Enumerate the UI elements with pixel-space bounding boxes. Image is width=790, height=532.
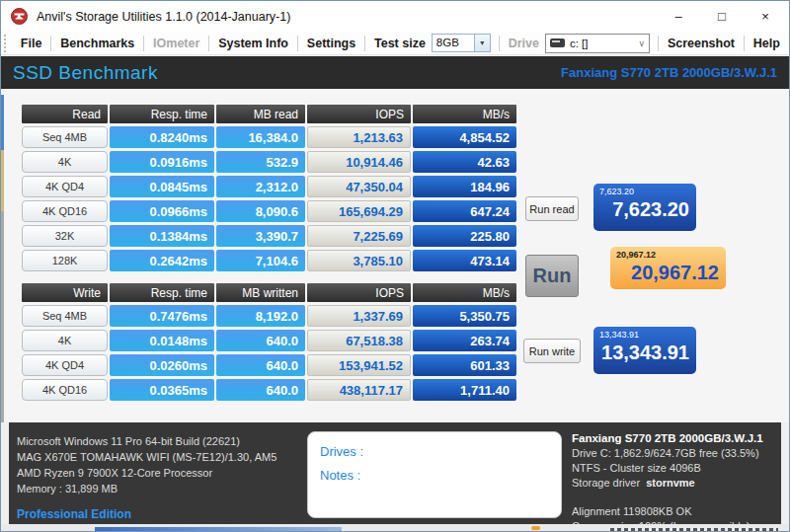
write-row-label[interactable]: 4K QD4	[22, 354, 108, 376]
filesystem-line: NTFS - Cluster size 4096B	[572, 461, 763, 476]
read-mb-cell: 2,312.0	[216, 176, 305, 197]
close-button[interactable]: ×	[744, 1, 787, 32]
drive-label: Drive	[500, 37, 545, 50]
write-iops-cell: 153,941.52	[307, 354, 411, 376]
dropdown-arrow-icon[interactable]: ▾	[475, 34, 491, 52]
read-mb-cell: 7,104.6	[216, 250, 305, 271]
read-resp-cell: 0.1384ms	[110, 225, 214, 247]
write-resp-cell: 0.0365ms	[110, 379, 214, 401]
total-score-value: 20,967.12	[616, 260, 719, 285]
read-mb-cell: 16,384.0	[216, 126, 305, 148]
edge-strip-tan	[1, 150, 4, 211]
main-area: Read Resp. time MB read IOPS MB/s Seq 4M…	[1, 89, 789, 422]
total-score-small: 20,967.12	[616, 250, 719, 260]
write-iops-cell: 1,337.69	[307, 305, 411, 327]
read-header-cell: Resp. time	[110, 105, 214, 123]
drives-label: Drives :	[320, 440, 549, 464]
write-resp-cell: 0.0260ms	[110, 354, 214, 376]
read-row-label[interactable]: 128K	[22, 250, 108, 271]
read-iops-cell: 1,213.63	[307, 126, 411, 148]
sliver-text-fragment	[610, 528, 778, 531]
drive-info-title: Fanxiang S770 2TB 2000GB/3.W.J.1	[572, 431, 763, 446]
read-mbs-cell: 473.14	[413, 250, 516, 271]
section-header: SSD Benchmark Fanxiang S770 2TB 2000GB/3…	[1, 56, 789, 89]
read-mbs-cell: 225.80	[413, 225, 516, 247]
read-header-cell: MB/s	[413, 105, 516, 123]
window-title: Anvil's Storage Utilities 1.1.0 (2014-Ja…	[37, 10, 290, 24]
bottom-sliver	[1, 524, 789, 531]
menu-settings[interactable]: Settings	[298, 37, 364, 50]
notes-box[interactable]: Drives : Notes :	[307, 431, 562, 518]
read-resp-cell: 0.0845ms	[110, 176, 214, 197]
test-size-value[interactable]: 8GB	[432, 34, 475, 52]
cpu-line: AMD Ryzen 9 7900X 12-Core Processor	[17, 465, 276, 481]
drive-combo[interactable]: c: [] ∨	[545, 34, 650, 53]
write-score-small: 13,343.91	[599, 330, 689, 340]
storage-driver-label: Storage driver	[572, 477, 640, 489]
run-read-button[interactable]: Run read	[525, 196, 579, 221]
motherboard-line: MAG X670E TOMAHAWK WIFI (MS-7E12)/1.30, …	[17, 449, 276, 465]
read-score-box: 7,623.20 7,623.20	[593, 184, 696, 231]
read-row-label[interactable]: 4K	[22, 151, 108, 173]
minimize-button[interactable]: –	[657, 1, 700, 32]
read-iops-cell: 10,914.46	[307, 151, 411, 173]
read-mb-cell: 3,390.7	[216, 225, 305, 247]
write-mbs-cell: 5,350.75	[413, 305, 516, 327]
read-header-cell: Read	[22, 105, 108, 123]
write-header-cell: Write	[22, 283, 108, 302]
read-mbs-cell: 42.63	[413, 151, 516, 173]
write-mb-cell: 640.0	[216, 330, 305, 351]
menu-help[interactable]: Help	[745, 37, 789, 50]
menu-file[interactable]: File	[12, 37, 51, 50]
write-mbs-cell: 601.33	[413, 354, 516, 376]
write-iops-cell: 67,518.38	[307, 330, 411, 351]
menu-iometer: IOmeter	[144, 37, 208, 50]
test-size-combo[interactable]: 8GB ▾	[432, 34, 491, 52]
maximize-button[interactable]: □	[700, 1, 744, 32]
read-row-label[interactable]: 4K QD4	[22, 176, 108, 197]
app-window: Anvil's Storage Utilities 1.1.0 (2014-Ja…	[0, 0, 790, 532]
read-iops-cell: 7,225.69	[307, 225, 411, 247]
edge-strip-blue	[1, 95, 4, 150]
edge-strip-gray	[1, 211, 4, 422]
spacer	[572, 491, 763, 504]
menu-system-info[interactable]: System Info	[209, 37, 297, 50]
device-name: Fanxiang S770 2TB 2000GB/3.W.J.1	[561, 65, 777, 80]
read-row-label[interactable]: 32K	[22, 225, 108, 247]
drive-value: c: []	[570, 38, 639, 49]
write-score-box: 13,343.91 13,343.91	[593, 327, 696, 374]
sliver-orange-dot	[531, 526, 540, 530]
menu-benchmarks[interactable]: Benchmarks	[51, 37, 143, 50]
system-info-block: Microsoft Windows 11 Pro 64-bit Build (2…	[17, 433, 276, 521]
read-resp-cell: 0.0916ms	[110, 151, 214, 173]
read-mbs-cell: 647.24	[413, 200, 516, 222]
os-line: Microsoft Windows 11 Pro 64-bit Build (2…	[17, 433, 276, 449]
read-iops-cell: 165,694.29	[307, 200, 411, 222]
write-mb-cell: 640.0	[216, 354, 305, 376]
read-header-cell: MB read	[216, 105, 305, 123]
read-row-label[interactable]: Seq 4MB	[22, 126, 108, 148]
read-row-label[interactable]: 4K QD16	[22, 200, 108, 222]
write-header-cell: MB written	[216, 283, 305, 302]
read-header-cell: IOPS	[307, 105, 411, 123]
read-table: Read Resp. time MB read IOPS MB/s Seq 4M…	[22, 105, 516, 271]
run-button[interactable]: Run	[525, 255, 579, 297]
write-mb-cell: 640.0	[216, 379, 305, 401]
storage-driver-value: stornvme	[646, 477, 695, 489]
write-row-label[interactable]: 4K	[22, 330, 108, 351]
menu-bar: File Benchmarks IOmeter System Info Sett…	[1, 32, 789, 55]
read-mbs-cell: 184.96	[413, 176, 516, 197]
write-row-label[interactable]: Seq 4MB	[22, 305, 108, 327]
write-mbs-cell: 1,711.40	[413, 379, 516, 401]
read-score-value: 7,623.20	[599, 196, 689, 222]
menu-screenshot[interactable]: Screenshot	[659, 37, 744, 50]
page-title: SSD Benchmark	[13, 62, 158, 84]
run-write-button[interactable]: Run write	[523, 339, 581, 363]
test-size-label: Test size	[365, 37, 432, 50]
read-resp-cell: 0.0966ms	[110, 200, 214, 222]
chevron-down-icon: ∨	[639, 38, 646, 48]
toolbar-gripper[interactable]	[4, 35, 7, 52]
write-row-label[interactable]: 4K QD16	[22, 379, 108, 401]
write-header-cell: Resp. time	[110, 283, 214, 302]
sliver-blue-bar	[95, 527, 342, 531]
